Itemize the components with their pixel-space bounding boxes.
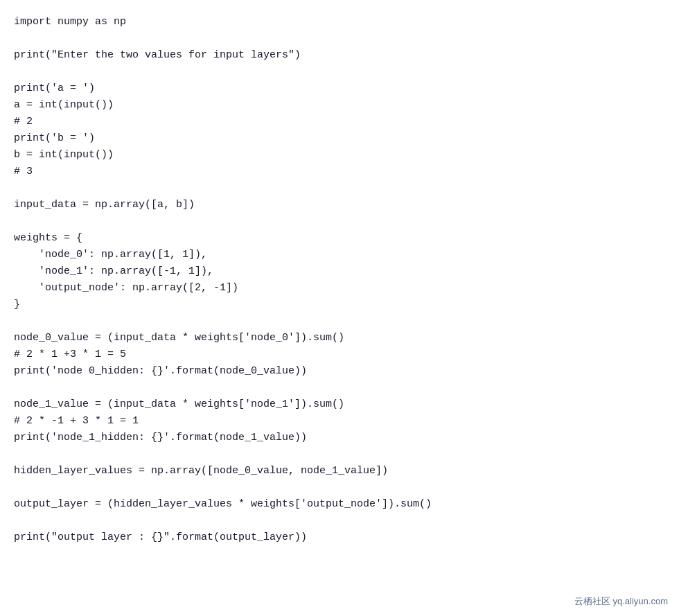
watermark-text: 云栖社区 yq.aliyun.com: [574, 596, 668, 606]
code-container: import numpy as np print("Enter the two …: [0, 0, 679, 616]
code-block: import numpy as np print("Enter the two …: [14, 14, 665, 546]
watermark: 云栖社区 yq.aliyun.com: [574, 595, 668, 608]
